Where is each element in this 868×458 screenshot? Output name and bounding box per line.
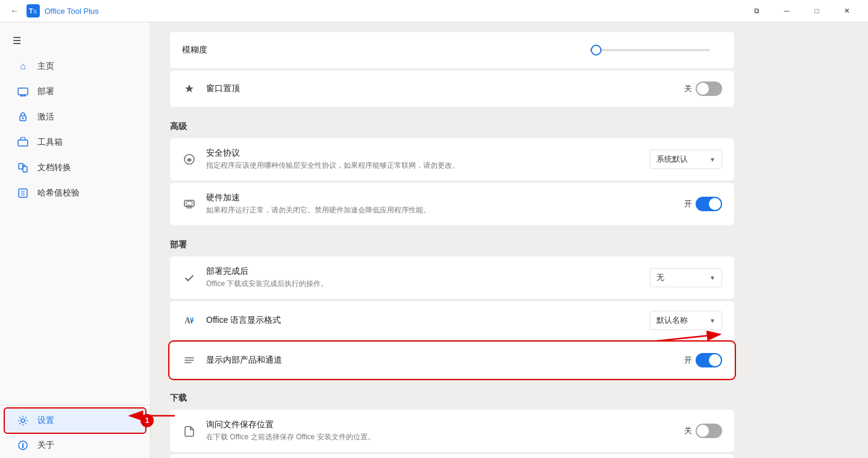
deploy-icon xyxy=(17,86,29,98)
office-lang-content: Office 语言显示格式 xyxy=(206,315,640,326)
sidebar-item-deploy[interactable]: 部署 xyxy=(5,80,145,104)
svg-text:T: T xyxy=(29,7,33,14)
hamburger-menu-button[interactable]: ☰ xyxy=(5,30,29,51)
svg-point-5 xyxy=(22,118,24,119)
security-dropdown-arrow: ▼ xyxy=(709,156,715,163)
blur-level-row: 模糊度 xyxy=(170,32,734,68)
show-internal-title: 显示内部产品和通道 xyxy=(206,355,675,366)
hamburger-icon: ☰ xyxy=(13,35,21,46)
hw-accel-toggle-knob xyxy=(709,198,721,210)
hw-accel-control: 开 xyxy=(684,197,722,211)
security-control: 系统默认 ▼ xyxy=(650,150,722,169)
topmost-content: 窗口置顶 xyxy=(206,83,675,94)
deploy-complete-title: 部署完成后 xyxy=(206,266,640,277)
hw-accel-icon xyxy=(182,197,197,211)
deploy-complete-dropdown[interactable]: 无 ▼ xyxy=(650,268,722,287)
slider-track xyxy=(590,49,710,51)
window-topmost-row: 窗口置顶 关 xyxy=(170,71,734,107)
topmost-toggle-knob xyxy=(697,83,709,95)
sidebar-label-home: 主页 xyxy=(37,61,54,72)
svg-rect-16 xyxy=(186,206,192,208)
app-title: Office Tool Plus xyxy=(45,7,99,16)
titlebar: ← T S Office Tool Plus ⧉ ─ □ ✕ xyxy=(0,0,868,22)
deploy-complete-content: 部署完成后 Office 下载或安装完成后执行的操作。 xyxy=(206,266,640,289)
security-desc: 指定程序应该使用哪种传输层安全性协议，如果程序能够正常联网，请勿更改。 xyxy=(206,161,640,171)
show-internal-control: 2 开 xyxy=(684,353,722,367)
security-content: 安全协议 指定程序应该使用哪种传输层安全性协议，如果程序能够正常联网，请勿更改。 xyxy=(206,148,640,171)
content-area[interactable]: 模糊度 窗口置顶 xyxy=(151,22,868,458)
ask-save-toggle-label: 关 xyxy=(684,425,692,436)
sidebar-label-deploy: 部署 xyxy=(37,86,54,97)
topmost-toggle[interactable]: 关 xyxy=(684,81,722,96)
activate-icon xyxy=(17,111,29,123)
sidebar-item-activate[interactable]: 激活 xyxy=(5,105,145,129)
security-protocol-row: 安全协议 指定程序应该使用哪种传输层安全性协议，如果程序能够正常联网，请勿更改。… xyxy=(170,138,734,180)
deploy-complete-value: 无 xyxy=(656,272,664,283)
sidebar-bottom: 设置 1 关于 xyxy=(0,405,150,458)
ask-save-row: 询问文件保存位置 在下载 Office 之前选择保存 Office 安装文件的位… xyxy=(170,410,734,452)
annotation-1: 1 xyxy=(140,414,154,427)
deploy-complete-icon xyxy=(182,270,197,285)
blur-title: 模糊度 xyxy=(182,45,580,56)
blur-slider[interactable] xyxy=(590,49,722,51)
minimize-icon: ─ xyxy=(784,7,790,15)
slider-thumb[interactable] xyxy=(591,45,602,56)
app-body: ☰ ⌂ 主页 部署 激活 xyxy=(0,22,868,458)
office-lang-value: 默认名称 xyxy=(656,315,688,326)
security-title: 安全协议 xyxy=(206,148,640,159)
sidebar-item-about[interactable]: 关于 xyxy=(5,433,145,457)
maximize-button[interactable]: □ xyxy=(803,0,831,22)
security-icon xyxy=(182,152,197,167)
close-icon: ✕ xyxy=(844,7,850,15)
sidebar-label-settings: 设置 xyxy=(37,415,54,426)
ask-save-content: 询问文件保存位置 在下载 Office 之前选择保存 Office 安装文件的位… xyxy=(206,419,675,442)
sidebar: ☰ ⌂ 主页 部署 激活 xyxy=(0,22,151,458)
sidebar-label-about: 关于 xyxy=(37,440,54,451)
deploy-complete-row: 部署完成后 Office 下载或安装完成后执行的操作。 无 ▼ xyxy=(170,256,734,299)
show-internal-toggle-switch[interactable] xyxy=(696,353,722,367)
ask-save-toggle[interactable]: 关 xyxy=(684,424,722,438)
sidebar-item-settings[interactable]: 设置 1 xyxy=(5,409,145,433)
verify-files-row: 校验文件 Office 下载完成后校验安装文件。 未设置 xyxy=(170,454,734,458)
back-icon: ← xyxy=(10,6,19,16)
topmost-title: 窗口置顶 xyxy=(206,83,675,94)
blur-content: 模糊度 xyxy=(182,45,580,56)
titlebar-left: ← T S Office Tool Plus xyxy=(7,4,99,18)
sidebar-item-docconv[interactable]: 文档转换 xyxy=(5,156,145,180)
show-internal-toggle-knob xyxy=(709,354,721,366)
svg-text:S: S xyxy=(33,8,37,14)
back-button[interactable]: ← xyxy=(7,4,22,18)
ask-save-toggle-switch[interactable] xyxy=(696,424,722,438)
hw-accel-toggle-switch[interactable] xyxy=(696,197,722,211)
minimize-button[interactable]: ─ xyxy=(773,0,800,22)
svg-point-12 xyxy=(22,443,23,444)
security-dropdown-value: 系统默认 xyxy=(656,154,688,165)
svg-rect-6 xyxy=(18,140,28,146)
restore-icon: ⧉ xyxy=(754,7,760,15)
svg-point-14 xyxy=(188,158,190,161)
app-icon: T S xyxy=(27,4,40,17)
hardware-accel-row: 硬件加速 如果程序运行正常，请勿关闭它。禁用硬件加速会降低应用程序性能。 开 xyxy=(170,183,734,225)
sidebar-item-hash[interactable]: 哈希值校验 xyxy=(5,181,145,205)
show-internal-row: 显示内部产品和通道 2 开 xyxy=(170,342,734,378)
svg-rect-8 xyxy=(23,167,27,172)
show-internal-toggle[interactable]: 开 xyxy=(684,353,722,367)
deploy-complete-arrow: ▼ xyxy=(709,275,715,281)
topmost-toggle-label: 关 xyxy=(684,83,692,94)
security-dropdown[interactable]: 系统默认 ▼ xyxy=(650,150,722,169)
office-lang-title: Office 语言显示格式 xyxy=(206,315,640,326)
office-lang-arrow: ▼ xyxy=(709,317,715,324)
ask-save-toggle-knob xyxy=(697,425,709,437)
topmost-icon xyxy=(182,81,197,96)
office-lang-control: 默认名称 ▼ xyxy=(650,311,722,330)
deploy-complete-desc: Office 下载或安装完成后执行的操作。 xyxy=(206,279,640,289)
restore-button[interactable]: ⧉ xyxy=(743,0,770,22)
topmost-toggle-switch[interactable] xyxy=(696,81,722,96)
sidebar-item-home[interactable]: ⌂ 主页 xyxy=(5,54,145,78)
sidebar-label-hash: 哈希值校验 xyxy=(37,188,80,199)
office-lang-dropdown[interactable]: 默认名称 ▼ xyxy=(650,311,722,330)
close-button[interactable]: ✕ xyxy=(833,0,861,22)
hw-accel-toggle[interactable]: 开 xyxy=(684,197,722,211)
sidebar-item-tools[interactable]: 工具箱 xyxy=(5,130,145,154)
docconv-icon xyxy=(17,162,29,174)
